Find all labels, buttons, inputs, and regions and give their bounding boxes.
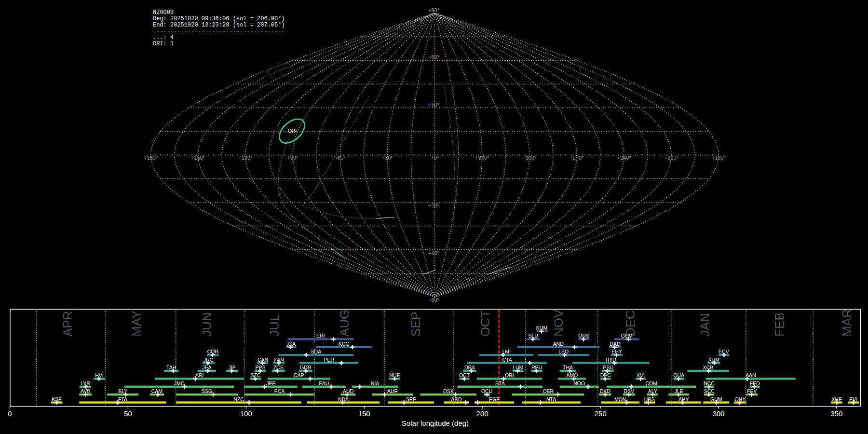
svg-text:+180°: +180° (144, 155, 158, 161)
svg-text:------------------------------: -------------------------------------- (153, 28, 285, 35)
svg-text:ZCS: ZCS (273, 365, 284, 370)
svg-text:KSE: KSE (52, 396, 62, 402)
svg-text:PCA: PCA (274, 388, 285, 394)
svg-text:FEB: FEB (772, 312, 787, 337)
svg-text:+60°: +60° (428, 54, 439, 60)
svg-text:ALY: ALY (648, 388, 657, 394)
svg-text:+270°: +270° (570, 155, 583, 161)
svg-text:CTA: CTA (502, 357, 512, 363)
svg-text:JMC: JMC (174, 380, 185, 386)
svg-text:NOV: NOV (551, 309, 566, 337)
svg-text:NOO: NOO (573, 380, 585, 386)
svg-text:ECV: ECV (719, 349, 729, 354)
svg-text:NTA: NTA (546, 396, 556, 402)
svg-text:NIA: NIA (371, 380, 380, 386)
svg-text:EVI: EVI (849, 396, 857, 402)
svg-text:XVI: XVI (637, 372, 645, 378)
svg-text:+90°: +90° (287, 155, 298, 161)
svg-text:ORI: 1: ORI: 1 (153, 41, 174, 47)
svg-text:XCB: XCB (703, 365, 714, 370)
svg-text:HYD: HYD (606, 357, 617, 363)
svg-text:CAP: CAP (294, 372, 304, 378)
svg-text:PER: PER (324, 357, 334, 363)
svg-text:QUA: QUA (673, 372, 684, 378)
svg-text:XHE: XHE (831, 396, 842, 402)
svg-text:JLE: JLE (675, 388, 683, 394)
svg-text:FTA: FTA (118, 396, 127, 402)
svg-text:NUE: NUE (389, 372, 400, 378)
svg-text:OHY: OHY (735, 396, 746, 402)
svg-text:STA: STA (495, 380, 505, 386)
svg-text:GEM: GEM (621, 333, 633, 339)
svg-text:NDA: NDA (338, 396, 349, 402)
svg-text:0: 0 (8, 409, 12, 418)
svg-text:+30°: +30° (428, 102, 439, 108)
svg-text:AHY: AHY (678, 396, 689, 402)
svg-text:JUL: JUL (267, 314, 282, 337)
svg-text:EGE: EGE (489, 396, 500, 402)
svg-text:+240°: +240° (617, 155, 631, 161)
svg-text:NZC: NZC (233, 396, 244, 402)
svg-text:AUG: AUG (337, 310, 352, 337)
svg-text:SLD: SLD (528, 333, 538, 339)
svg-text:FEV: FEV (747, 388, 757, 394)
svg-text:+150°: +150° (191, 155, 205, 161)
svg-text:LMI: LMI (502, 349, 511, 354)
svg-text:+60°: +60° (335, 155, 346, 161)
svg-text:...: 4: ...: 4 (153, 34, 174, 41)
svg-text:DSX: DSX (443, 388, 454, 394)
svg-text:JIP: JIP (229, 365, 236, 370)
svg-text:ARD: ARD (451, 396, 462, 402)
svg-text:DPC: DPC (600, 372, 611, 378)
svg-text:Beg: 20251020 09:36:06 (sol =: Beg: 20251020 09:36:06 (sol = 206.90°) (153, 15, 285, 22)
svg-text:AUR: AUR (387, 388, 398, 394)
svg-text:ORI: ORI (505, 372, 514, 378)
svg-text:SSG: SSG (202, 388, 212, 394)
svg-text:GDR: GDR (300, 365, 312, 370)
svg-text:PSU: PSU (603, 365, 613, 370)
svg-text:LYR: LYR (81, 380, 90, 386)
svg-text:DRA: DRA (464, 365, 475, 370)
svg-text:FED: FED (750, 380, 760, 386)
svg-text:AND: AND (553, 341, 564, 347)
svg-text:MAR: MAR (840, 309, 854, 337)
svg-text:XUM: XUM (708, 357, 719, 363)
svg-text:ORI: ORI (288, 128, 297, 134)
svg-text:OER: OER (542, 388, 554, 394)
svg-text:+180°: +180° (712, 155, 726, 161)
svg-text:OCU: OCU (481, 388, 492, 394)
svg-text:KCG: KCG (339, 341, 350, 347)
svg-text:350: 350 (830, 409, 842, 418)
svg-text:JAN: JAN (698, 313, 712, 337)
svg-text:AMO: AMO (566, 372, 578, 378)
svg-text:+90°: +90° (428, 7, 439, 13)
svg-text:CQR: CQR (207, 349, 219, 354)
svg-text:AUD: AUD (343, 388, 354, 394)
svg-text:+300°: +300° (522, 155, 536, 161)
svg-text:ERI: ERI (316, 333, 325, 339)
svg-text:150: 150 (358, 409, 370, 418)
svg-text:HVI: HVI (95, 372, 104, 378)
svg-text:AVB: AVB (81, 388, 90, 394)
svg-text:DAD: DAD (610, 341, 621, 347)
svg-text:JRC: JRC (203, 357, 214, 363)
svg-text:ELY: ELY (118, 388, 127, 394)
svg-text:RPU: RPU (531, 365, 542, 370)
svg-text:LUM: LUM (513, 365, 523, 370)
svg-text:KUM: KUM (536, 325, 547, 331)
svg-text:End: 20251020 13:23:28 (sol =: End: 20251020 13:23:28 (sol = 207.05°) (153, 22, 285, 28)
svg-text:SCC: SCC (704, 388, 715, 394)
svg-text:+210°: +210° (665, 155, 678, 161)
svg-text:NCC: NCC (704, 380, 715, 386)
svg-text:JPE: JPE (266, 380, 275, 386)
svg-text:FAN: FAN (274, 357, 284, 363)
svg-text:AAN: AAN (746, 372, 756, 378)
svg-text:100: 100 (240, 409, 252, 418)
svg-text:ARI: ARI (195, 372, 204, 378)
svg-text:DSV: DSV (624, 388, 634, 394)
svg-text:DKD: DKD (600, 388, 611, 394)
svg-text:−30°: −30° (428, 203, 439, 208)
svg-text:ORS: ORS (578, 333, 589, 339)
svg-text:SEP: SEP (408, 312, 423, 337)
svg-text:+120°: +120° (238, 155, 252, 161)
